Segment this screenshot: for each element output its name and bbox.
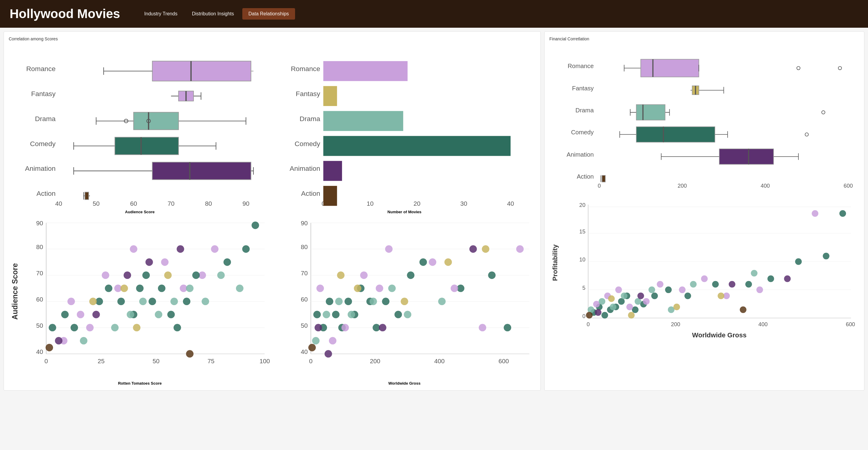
svg-point-179	[404, 311, 411, 318]
svg-point-260	[712, 281, 719, 287]
svg-point-101	[183, 298, 190, 305]
svg-point-114	[217, 271, 225, 279]
svg-point-187	[401, 298, 408, 305]
svg-point-184	[469, 245, 477, 253]
svg-point-268	[615, 286, 622, 293]
svg-point-156	[382, 298, 390, 305]
financial-scatter: 0 200 400 600 0 5 10 15 20	[550, 199, 859, 344]
svg-text:0: 0	[582, 313, 585, 319]
financial-boxplot-svg: Romance Fantasy Drama Comedy Animation A…	[550, 45, 859, 194]
svg-point-263	[795, 258, 802, 265]
svg-point-168	[385, 245, 393, 253]
boxplot1-title: Audience Score	[9, 210, 271, 214]
svg-text:200: 200	[370, 357, 380, 364]
svg-point-177	[370, 298, 377, 305]
nav-industry-trends[interactable]: Industry Trends	[138, 8, 183, 20]
svg-point-99	[167, 311, 175, 318]
svg-point-190	[308, 344, 316, 351]
svg-rect-57	[323, 186, 337, 206]
svg-rect-52	[323, 61, 408, 81]
svg-point-275	[756, 286, 763, 293]
svg-point-170	[451, 284, 458, 292]
svg-point-287	[638, 292, 644, 299]
svg-point-108	[127, 311, 134, 318]
svg-text:Romance: Romance	[291, 65, 320, 73]
svg-point-88	[49, 324, 56, 331]
svg-text:60: 60	[301, 295, 308, 302]
svg-point-276	[812, 210, 818, 217]
svg-text:70: 70	[167, 200, 175, 207]
svg-rect-22	[133, 112, 179, 130]
svg-text:50: 50	[93, 200, 99, 207]
svg-text:15: 15	[579, 228, 585, 235]
boxplot-svg: Romance Fantasy Drama Comedy Animation A…	[9, 45, 271, 207]
svg-rect-13	[152, 61, 251, 81]
svg-rect-39	[85, 192, 89, 200]
svg-text:600: 600	[844, 183, 853, 189]
svg-point-284	[690, 281, 696, 287]
svg-point-265	[839, 210, 846, 217]
svg-text:90: 90	[243, 200, 250, 207]
svg-point-111	[170, 298, 178, 305]
svg-rect-34	[152, 162, 251, 180]
svg-text:0: 0	[587, 321, 590, 327]
svg-text:70: 70	[36, 269, 43, 276]
financial-boxplot: Romance Fantasy Drama Comedy Animation A…	[550, 45, 859, 195]
nav-distribution-insights[interactable]: Distribution Insights	[186, 8, 240, 20]
svg-point-122	[121, 284, 128, 292]
svg-point-207	[838, 67, 841, 70]
main-nav: Industry Trends Distribution Insights Da…	[138, 8, 295, 20]
svg-point-77	[67, 298, 75, 305]
barchart-title: Number of Movies	[273, 210, 535, 214]
svg-point-269	[626, 303, 633, 310]
svg-text:40: 40	[55, 200, 62, 207]
svg-rect-213	[636, 104, 665, 120]
svg-point-83	[130, 245, 137, 253]
svg-text:Drama: Drama	[575, 107, 594, 114]
svg-text:Action: Action	[577, 173, 594, 180]
svg-text:Animation: Animation	[567, 151, 594, 158]
header: Hollywood Movies Industry Trends Distrib…	[0, 0, 868, 28]
scatter1-svg: 0 25 50 75 100 40 50 60 70 80 90	[9, 217, 271, 379]
svg-point-188	[444, 258, 452, 266]
svg-text:100: 100	[259, 357, 270, 364]
svg-point-280	[621, 292, 627, 299]
svg-point-92	[105, 284, 113, 292]
svg-point-250	[601, 312, 608, 318]
svg-point-118	[124, 271, 131, 279]
svg-point-98	[158, 284, 165, 292]
svg-text:80: 80	[36, 243, 43, 250]
svg-point-279	[610, 303, 616, 310]
svg-text:0: 0	[44, 357, 48, 364]
svg-text:80: 80	[301, 243, 308, 250]
nav-data-relationships[interactable]: Data Relationships	[242, 8, 295, 20]
svg-point-217	[822, 110, 825, 114]
svg-point-291	[628, 312, 635, 318]
svg-text:200: 200	[678, 183, 687, 189]
svg-text:Audience Score: Audience Score	[11, 263, 19, 320]
svg-point-183	[379, 324, 386, 331]
svg-rect-29	[115, 137, 179, 155]
svg-text:90: 90	[36, 220, 43, 226]
svg-point-289	[784, 275, 790, 282]
svg-point-165	[341, 324, 349, 331]
svg-point-105	[252, 221, 259, 229]
main-content: Correlation among Scores Romance Fantasy…	[0, 28, 868, 394]
svg-point-182	[324, 350, 332, 357]
svg-point-181	[315, 324, 322, 331]
svg-point-264	[823, 253, 830, 259]
svg-text:50: 50	[301, 322, 308, 329]
svg-text:10: 10	[579, 256, 585, 263]
svg-point-159	[420, 258, 427, 266]
svg-point-290	[608, 295, 615, 302]
svg-text:Fantasy: Fantasy	[572, 85, 594, 92]
svg-rect-202	[641, 59, 699, 77]
svg-point-100	[174, 324, 181, 331]
svg-point-189	[482, 245, 490, 253]
svg-point-262	[767, 275, 774, 282]
svg-point-106	[80, 337, 87, 344]
svg-point-125	[45, 344, 53, 351]
svg-point-79	[77, 311, 84, 318]
svg-point-172	[516, 245, 524, 253]
svg-point-185	[337, 271, 344, 279]
